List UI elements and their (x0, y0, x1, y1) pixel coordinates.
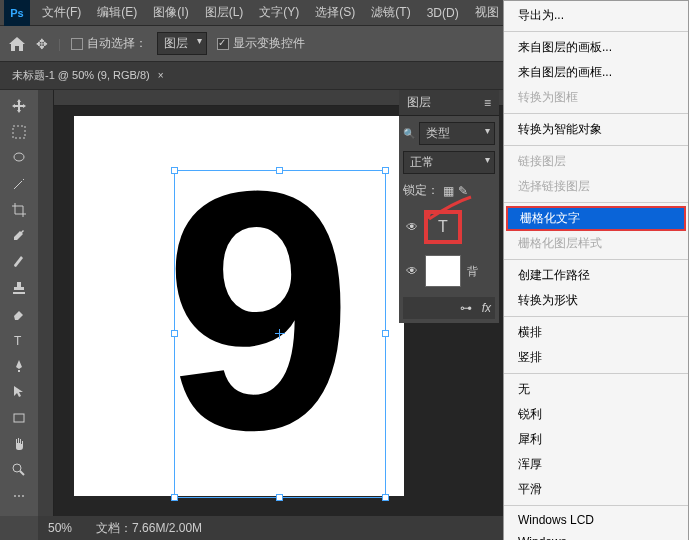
move-icon: ✥ (36, 36, 48, 52)
crop-tool[interactable] (7, 198, 31, 222)
handle-icon[interactable] (171, 330, 178, 337)
pen-tool[interactable] (7, 354, 31, 378)
cm-export[interactable]: 导出为... (504, 3, 688, 28)
transform-bounds[interactable] (174, 170, 386, 498)
handle-icon[interactable] (171, 167, 178, 174)
wand-tool[interactable] (7, 172, 31, 196)
svg-point-1 (14, 153, 24, 161)
brush-tool[interactable] (7, 250, 31, 274)
move-tool[interactable] (7, 94, 31, 118)
panel-footer: ⊶ fx (403, 297, 495, 319)
svg-rect-0 (13, 126, 25, 138)
layer-thumb[interactable] (425, 255, 461, 287)
stamp-tool[interactable] (7, 276, 31, 300)
context-menu: 导出为... 来自图层的画板... 来自图层的画框... 转换为图框 转换为智能… (503, 0, 689, 540)
zoom-level[interactable]: 50% (48, 521, 72, 535)
hand-tool[interactable] (7, 432, 31, 456)
cm-rasterize-style: 栅格化图层样式 (504, 231, 688, 256)
visibility-icon[interactable]: 👁 (405, 220, 419, 234)
fx-icon[interactable]: fx (482, 301, 491, 315)
toolbox: T ⋯ (0, 90, 38, 516)
type-tool[interactable]: T (7, 328, 31, 352)
handle-icon[interactable] (171, 494, 178, 501)
marquee-tool[interactable] (7, 120, 31, 144)
checkbox-icon[interactable] (217, 38, 229, 50)
checkbox-icon[interactable] (71, 38, 83, 50)
menu-type[interactable]: 文字(Y) (251, 0, 307, 26)
cm-smart-object[interactable]: 转换为智能对象 (504, 117, 688, 142)
center-icon (275, 329, 285, 339)
cm-vertical[interactable]: 竖排 (504, 345, 688, 370)
auto-select-toggle[interactable]: 自动选择： (71, 35, 147, 52)
auto-select-label: 自动选择： (87, 35, 147, 52)
cm-horizontal[interactable]: 横排 (504, 320, 688, 345)
svg-text:T: T (14, 334, 22, 348)
menu-view[interactable]: 视图 (467, 0, 507, 26)
cm-to-shape[interactable]: 转换为形状 (504, 288, 688, 313)
panel-tab-layers[interactable]: 图层 ≡ (399, 90, 499, 116)
path-select-tool[interactable] (7, 380, 31, 404)
cm-aa-crisp[interactable]: 犀利 (504, 427, 688, 452)
rect-tool[interactable] (7, 406, 31, 430)
cm-work-path[interactable]: 创建工作路径 (504, 263, 688, 288)
filter-dropdown[interactable]: 类型 (419, 122, 495, 145)
handle-icon[interactable] (382, 494, 389, 501)
cm-aa-sharp[interactable]: 锐利 (504, 402, 688, 427)
cm-link-layer: 链接图层 (504, 149, 688, 174)
lasso-tool[interactable] (7, 146, 31, 170)
cm-select-linked: 选择链接图层 (504, 174, 688, 199)
canvas[interactable]: 9 (74, 116, 404, 496)
document-title: 未标题-1 @ 50% (9, RGB/8) (12, 68, 150, 83)
cm-rasterize-type[interactable]: 栅格化文字 (506, 206, 686, 231)
cm-aa-none[interactable]: 无 (504, 377, 688, 402)
layer-row-bg[interactable]: 👁 背 (403, 251, 495, 291)
panel-menu-icon[interactable]: ≡ (484, 96, 491, 110)
eyedropper-tool[interactable] (7, 224, 31, 248)
handle-icon[interactable] (276, 494, 283, 501)
menu-edit[interactable]: 编辑(E) (89, 0, 145, 26)
show-transform-toggle[interactable]: 显示变换控件 (217, 35, 305, 52)
layer-name: 背 (467, 264, 478, 279)
menu-select[interactable]: 选择(S) (307, 0, 363, 26)
visibility-icon[interactable]: 👁 (405, 264, 419, 278)
annotation-arrow-icon (423, 195, 473, 225)
link-icon[interactable]: ⊶ (460, 301, 472, 315)
menu-file[interactable]: 文件(F) (34, 0, 89, 26)
handle-icon[interactable] (382, 167, 389, 174)
menu-layer[interactable]: 图层(L) (197, 0, 252, 26)
svg-rect-3 (14, 414, 24, 422)
cm-frame-from[interactable]: 来自图层的画框... (504, 60, 688, 85)
app-logo: Ps (4, 0, 30, 26)
svg-point-4 (13, 464, 21, 472)
show-transform-label: 显示变换控件 (233, 35, 305, 52)
eraser-tool[interactable] (7, 302, 31, 326)
cm-aa-smooth[interactable]: 平滑 (504, 477, 688, 502)
cm-to-frame: 转换为图框 (504, 85, 688, 110)
blend-dropdown[interactable]: 正常 (403, 151, 495, 174)
handle-icon[interactable] (382, 330, 389, 337)
close-icon[interactable]: × (158, 70, 164, 81)
cm-windows[interactable]: Windows (504, 531, 688, 540)
panel-tab-label: 图层 (407, 94, 431, 111)
target-dropdown[interactable]: 图层 (157, 32, 207, 55)
cm-windows-lcd[interactable]: Windows LCD (504, 509, 688, 531)
ruler-vertical (38, 90, 54, 516)
handle-icon[interactable] (276, 167, 283, 174)
search-icon: 🔍 (403, 128, 415, 139)
zoom-tool[interactable] (7, 458, 31, 482)
doc-info: 文档：7.66M/2.00M (96, 520, 202, 537)
menu-3d[interactable]: 3D(D) (419, 0, 467, 26)
cm-artboard-from[interactable]: 来自图层的画板... (504, 35, 688, 60)
menu-filter[interactable]: 滤镜(T) (363, 0, 418, 26)
cm-aa-strong[interactable]: 浑厚 (504, 452, 688, 477)
menu-image[interactable]: 图像(I) (145, 0, 196, 26)
home-icon[interactable] (8, 36, 26, 52)
more-tool[interactable]: ⋯ (7, 484, 31, 508)
